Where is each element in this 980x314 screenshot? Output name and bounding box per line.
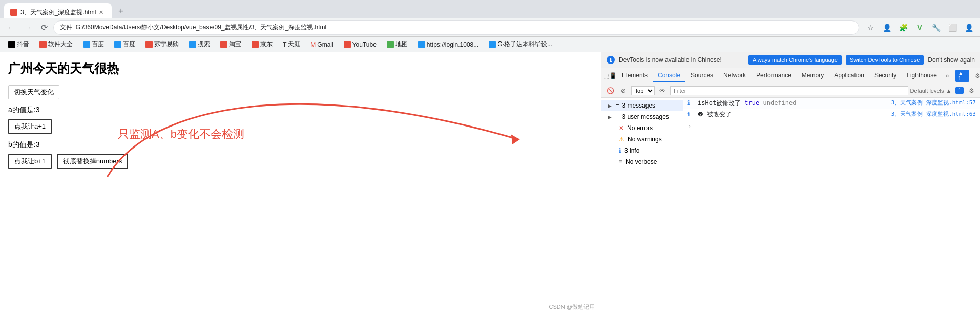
bookmark-label: 抖音 <box>17 40 29 49</box>
bookmark-label: YouTube <box>352 41 377 48</box>
tab-close-icon[interactable]: ✕ <box>99 9 103 16</box>
tab-lighthouse[interactable]: Lighthouse <box>902 70 942 82</box>
console-body: ▶ ≡ 3 messages ▶ ≡ 3 user messages ✕ No … <box>601 98 980 314</box>
baidu2-icon <box>114 41 121 48</box>
address-input[interactable] <box>53 20 859 35</box>
no-verbose-label: No verbose <box>625 158 657 165</box>
sidebar-no-verbose[interactable]: ≡ No verbose <box>601 156 683 168</box>
devtools-tabs-more: » ▲ 1 ⚙ ⋮ ✕ <box>942 70 980 82</box>
all-messages-label: 3 messages <box>622 102 655 109</box>
tab-memory[interactable]: Memory <box>797 70 829 82</box>
maximize-icon[interactable]: ⬜ <box>945 20 960 35</box>
sidebar-no-errors[interactable]: ✕ No errors <box>601 122 683 134</box>
a-increment-button[interactable]: 点我让a+1 <box>8 119 52 134</box>
console-prompt-row: › <box>683 120 980 131</box>
extension-v-icon[interactable]: V <box>912 20 927 35</box>
bookmark-search[interactable]: 搜索 <box>185 39 214 50</box>
new-tab-button[interactable]: + <box>114 4 128 18</box>
g-icon <box>489 41 496 48</box>
console-file-link2[interactable]: 3、天气案例_深度监视.html:63 <box>891 110 976 118</box>
console-message-row: ℹ ❷ 被改变了 3、天气案例_深度监视.html:63 <box>683 109 980 120</box>
arrow-overlay <box>0 52 601 314</box>
sidebar-no-warnings[interactable]: ⚠ No warnings <box>601 134 683 145</box>
bookmark-douyin[interactable]: 抖音 <box>4 39 33 50</box>
tab-network[interactable]: Network <box>718 70 751 82</box>
notification-text: DevTools is now available in Chinese! <box>619 56 744 64</box>
bookmark-label: 百度 <box>123 40 135 49</box>
clear-console-button[interactable]: 🚫 <box>604 85 616 96</box>
bookmark-label: 地图 <box>395 40 408 49</box>
bookmark-youtube[interactable]: YouTube <box>340 40 381 49</box>
inspect-element-button[interactable]: ⬚ <box>603 70 609 81</box>
main-area: 广州今天的天气很热 切换天气变化 a的值是:3 点我让a+1 b的值是:3 点我… <box>0 52 980 314</box>
console-filter-input[interactable] <box>670 86 908 95</box>
back-button[interactable]: ← <box>4 20 18 35</box>
address-bar: ← → ⟳ ☆ 👤 🧩 V 🔧 ⬜ 👤 <box>0 18 980 37</box>
tab-elements[interactable]: Elements <box>617 70 653 82</box>
tab-performance[interactable]: Performance <box>751 70 797 82</box>
switch-devtools-button[interactable]: Switch DevTools to Chinese <box>846 55 924 65</box>
puzzle-icon[interactable]: 🔧 <box>929 20 943 35</box>
expand-icon: ▶ <box>608 103 612 109</box>
replace-numbers-button[interactable]: 彻底替换掉numbers <box>57 154 129 169</box>
sidebar-user-messages[interactable]: ▶ ≡ 3 user messages <box>601 111 683 122</box>
console-filter-button[interactable]: ⊘ <box>618 85 629 96</box>
search-bm-icon <box>189 41 196 48</box>
user-account-icon[interactable]: 👤 <box>962 20 976 35</box>
taobao-icon <box>220 41 227 48</box>
bookmark-tianya[interactable]: T 天涯 <box>279 39 304 50</box>
bookmarks-bar: 抖音 软件大全 百度 百度 苏宁易购 搜索 淘宝 京东 <box>0 37 980 52</box>
active-tab[interactable]: 3、天气案例_深度监视.html ✕ <box>4 3 112 18</box>
refresh-button[interactable]: ⟳ <box>37 20 51 35</box>
tab-application[interactable]: Application <box>829 70 869 82</box>
eye-icon[interactable]: 👁 <box>657 85 668 96</box>
tab-title: 3、天气案例_深度监视.html <box>20 8 96 17</box>
bookmark-map[interactable]: 地图 <box>383 39 412 50</box>
console-messages: ℹ isHot被修改了 true undefined 3、天气案例_深度监视.h… <box>683 98 980 314</box>
toolbar-icons: ☆ 👤 🧩 V 🔧 ⬜ 👤 <box>863 20 976 35</box>
device-toggle-button[interactable]: 📱 <box>609 70 617 81</box>
bookmark-login[interactable]: https://login.1008... <box>414 40 483 49</box>
bookmark-ruanjian[interactable]: 软件大全 <box>35 39 77 50</box>
extensions-icon[interactable]: 🧩 <box>896 20 910 35</box>
jd-icon <box>252 41 259 48</box>
bookmark-star-icon[interactable]: ☆ <box>863 20 878 35</box>
douyin-icon <box>8 41 15 48</box>
issue-label: ▲ <box>946 88 952 94</box>
bookmark-g[interactable]: G·格子达本科毕设... <box>485 39 556 50</box>
bookmark-taobao[interactable]: 淘宝 <box>216 39 245 50</box>
info-row-icon2: ℹ <box>687 111 695 118</box>
forward-button[interactable]: → <box>20 20 35 35</box>
match-language-button[interactable]: Always match Chrome's language <box>748 55 842 65</box>
bookmark-baidu1[interactable]: 百度 <box>79 39 108 50</box>
console-file-link[interactable]: 3、天气案例_深度监视.html:57 <box>891 99 976 107</box>
ruanjian-icon <box>39 41 47 48</box>
baidu-icon <box>83 41 90 48</box>
all-messages-icon: ≡ <box>616 102 619 109</box>
user-messages-icon: ≡ <box>616 114 619 120</box>
sidebar-all-messages[interactable]: ▶ ≡ 3 messages <box>601 100 683 111</box>
devtools-settings-button[interactable]: ⚙ <box>972 70 980 81</box>
gmail-icon: M <box>310 41 316 48</box>
tab-sources[interactable]: Sources <box>685 70 718 82</box>
switch-weather-button[interactable]: 切换天气变化 <box>8 85 59 99</box>
tab-security[interactable]: Security <box>869 70 902 82</box>
sidebar-info[interactable]: ℹ 3 info <box>601 145 683 156</box>
b-increment-button[interactable]: 点我让b+1 <box>8 154 52 169</box>
more-tabs-button[interactable]: » <box>942 70 952 81</box>
bookmark-jd[interactable]: 京东 <box>247 39 277 50</box>
bookmark-suning[interactable]: 苏宁易购 <box>141 39 183 50</box>
bookmark-label: 天涯 <box>288 40 300 49</box>
dismiss-notification[interactable]: Don't show again <box>928 56 975 64</box>
info-row-icon: ℹ <box>687 99 695 107</box>
msg-key: isHot被修改了 <box>698 99 744 107</box>
bookmark-gmail[interactable]: M Gmail <box>306 40 337 49</box>
devtools-tabs: ⬚ 📱 Elements Console Sources Network Per… <box>601 68 980 83</box>
profile-icon[interactable]: 👤 <box>880 20 894 35</box>
suning-icon <box>145 41 153 48</box>
bookmark-baidu2[interactable]: 百度 <box>110 39 139 50</box>
devtools-notification: ℹ DevTools is now available in Chinese! … <box>601 52 980 68</box>
top-level-select[interactable]: top <box>631 86 655 95</box>
tab-console[interactable]: Console <box>653 70 685 82</box>
settings-console-button[interactable]: ⚙ <box>966 85 977 96</box>
